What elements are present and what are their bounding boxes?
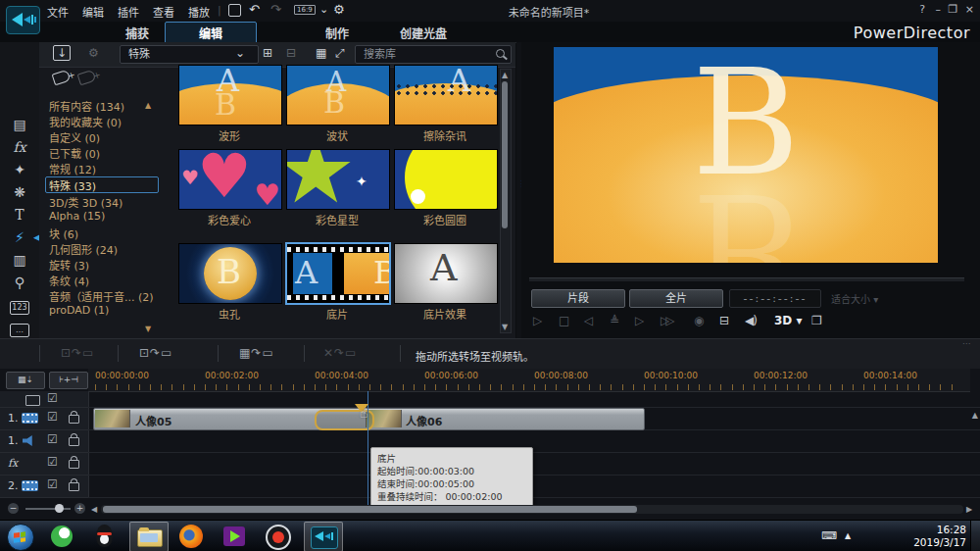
category-all[interactable]: 所有内容 (134) [49, 98, 155, 113]
tray-clock[interactable]: 16:28 2019/3/17 [913, 524, 966, 549]
tab-edit[interactable]: 编辑 [165, 22, 257, 44]
menu-view[interactable]: 查看 [153, 4, 174, 20]
scroll-down-icon[interactable]: ▼ [502, 323, 508, 331]
category-rotate[interactable]: 旋转 (3) [49, 257, 155, 272]
category-scroll-up-icon[interactable]: ▲ [145, 101, 151, 110]
menu-play[interactable]: 播放 [188, 4, 210, 20]
category-general[interactable]: 常规 (12) [49, 161, 155, 175]
voiceover-room-icon[interactable]: ⚲ [9, 275, 30, 294]
taskbar-qq-icon[interactable] [86, 522, 123, 550]
play-icon[interactable]: ▷ [533, 314, 542, 327]
help-button[interactable]: ? [919, 3, 925, 16]
snapshot-icon[interactable]: ◉ [694, 314, 704, 327]
transition-item[interactable]: A 擦除杂讯 [394, 65, 496, 143]
category-custom[interactable]: 自定义 (0) [49, 129, 155, 144]
transition-room-icon[interactable]: ⚡ [9, 229, 30, 249]
timeline-horizontal-scrollbar[interactable] [101, 505, 963, 514]
aspect-dropdown-icon[interactable]: ⌄ [319, 3, 328, 16]
title-room-icon[interactable]: T [9, 207, 30, 226]
start-button[interactable] [7, 524, 34, 551]
category-downloaded[interactable]: 已下载 (0) [49, 145, 155, 160]
timeline-scroll-up-icon[interactable]: ▲ [972, 411, 978, 420]
remove-tag-icon[interactable] [77, 70, 97, 86]
transition-item[interactable]: 彩色圆圈 [394, 149, 496, 227]
taskbar-browser-icon[interactable] [43, 522, 80, 550]
minimize-button[interactable]: – [936, 3, 942, 16]
full-movie-button[interactable]: 全片 [629, 289, 723, 308]
tray-input-method-icon[interactable]: ⌨ [821, 529, 837, 542]
taskbar-powerdirector-icon[interactable] [304, 522, 343, 551]
video-track-1-clips[interactable]: 人像05 人像06 [93, 408, 645, 430]
tab-produce[interactable]: 制作 [325, 25, 349, 41]
media-room-icon[interactable]: ▤ [9, 117, 30, 136]
settings-gear-icon[interactable]: ⚙ [333, 2, 345, 17]
particle-room-icon[interactable]: ❋ [9, 184, 30, 204]
thumbnail-size-icon[interactable]: ⤢ [335, 46, 345, 60]
track-lock-icon[interactable] [69, 437, 79, 446]
transition-item[interactable]: A 底片效果 [394, 243, 496, 322]
zoom-in-button[interactable]: + [74, 503, 85, 514]
track-lock-icon[interactable] [69, 415, 79, 424]
scroll-up-icon[interactable]: ▲ [502, 71, 508, 79]
track-enable-checkbox[interactable]: ☑ [47, 391, 58, 405]
popout-player-icon[interactable]: ❐ [811, 314, 822, 327]
previous-frame-icon[interactable]: ◁ [584, 314, 593, 327]
add-tag-icon[interactable] [52, 70, 72, 86]
category-scroll-down-icon[interactable]: ▼ [145, 325, 151, 333]
category-prodad[interactable]: proDAD (1) [49, 304, 155, 319]
zoom-slider-knob[interactable] [55, 504, 64, 513]
menu-edit[interactable]: 编辑 [82, 4, 104, 20]
tab-create-disc[interactable]: 创建光盘 [400, 25, 447, 41]
apply-to-video-track-icon[interactable]: ⊡↷▭ [139, 346, 172, 360]
taskbar-explorer-icon[interactable] [129, 522, 169, 551]
tab-capture[interactable]: 捕获 [125, 25, 149, 41]
fit-size-dropdown[interactable]: 适合大小 ▾ [831, 291, 878, 306]
category-geometry[interactable]: 几何图形 (24) [49, 241, 155, 256]
3d-mode-button[interactable]: 3D ▾ [774, 314, 803, 327]
category-3d[interactable]: 3D/类 3D (34) [49, 194, 155, 209]
taskbar-firefox-icon[interactable] [172, 522, 210, 550]
next-frame-icon[interactable]: ▷ [635, 314, 644, 327]
zoom-slider-track[interactable] [25, 508, 71, 510]
aspect-ratio-selector[interactable]: 16:9 [294, 5, 316, 15]
transition-item[interactable]: A B 波形 [178, 65, 280, 143]
library-scrollbar[interactable]: ▲ ▼ [500, 69, 512, 333]
chapter-room-icon[interactable]: 123 [9, 297, 30, 317]
import-media-icon[interactable]: ↓ [53, 46, 71, 60]
transition-item[interactable]: ★ ✦ 彩色星型 [286, 149, 388, 227]
category-favorites[interactable]: 我的收藏夹 (0) [49, 114, 155, 128]
grid-view-icon[interactable]: ▦ [316, 46, 326, 60]
restore-button[interactable]: ❐ [948, 3, 957, 16]
hscroll-right-icon[interactable]: ▶ [966, 505, 972, 514]
category-audio[interactable]: 音频（适用于音... (2) [49, 288, 155, 303]
search-input[interactable]: 搜索库 [355, 45, 512, 64]
category-block[interactable]: 块 (6) [49, 225, 155, 240]
stop-icon[interactable]: □ [559, 314, 569, 327]
audio-mixing-room-icon[interactable]: ▥ [9, 252, 30, 272]
transition-item[interactable]: ♥ ♥ ♥ 彩色爱心 [178, 149, 280, 227]
pip-objects-room-icon[interactable]: ✦ [9, 162, 30, 181]
volume-icon[interactable]: ◀) [745, 314, 757, 327]
download-from-cloud-icon[interactable]: ⚙ [88, 46, 99, 60]
taskbar-player-icon[interactable] [216, 522, 253, 550]
transition-item[interactable]: A B 波状 [286, 65, 388, 143]
range-select-button[interactable]: ⊦+⊣ [49, 372, 88, 389]
track-lock-icon[interactable] [69, 482, 79, 491]
display-options-icon[interactable]: ⊟ [719, 314, 729, 327]
redo-icon[interactable]: ↷ [270, 2, 281, 17]
preview-scrubber[interactable] [529, 277, 964, 281]
show-desktop-button[interactable] [970, 521, 980, 551]
timeline-tracks-area[interactable]: 人像05 人像06 ☝ 底片 起始时间:00:00:03:00 结束时间:00:… [88, 391, 980, 497]
save-icon[interactable] [228, 4, 241, 17]
close-button[interactable]: × [965, 3, 974, 16]
timeline-ruler[interactable]: 00:00:00:00 00:00:02:00 00:00:04:00 00:0… [88, 369, 970, 392]
transition-item[interactable]: B 虫孔 [178, 243, 280, 322]
transition-item-selected[interactable]: A B 底片 [286, 243, 388, 322]
zoom-out-button[interactable]: − [8, 503, 19, 514]
fast-forward-icon[interactable]: ▷▷ [661, 314, 670, 327]
effect-room-icon[interactable]: fx [9, 139, 30, 159]
track-lock-icon[interactable] [69, 460, 79, 469]
remove-folder-icon[interactable]: ⊟ [286, 46, 296, 60]
category-alpha[interactable]: Alpha (15) [49, 210, 155, 225]
taskbar-recorder-icon[interactable] [259, 522, 296, 550]
